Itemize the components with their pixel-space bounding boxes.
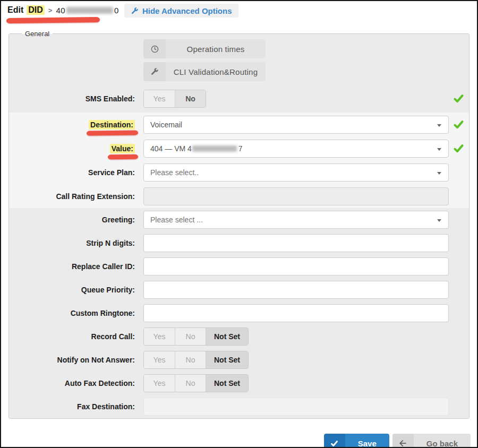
sms-yes-option[interactable]: Yes	[144, 90, 175, 107]
hide-advanced-options-button[interactable]: Hide Advanced Options	[124, 4, 238, 18]
auto-fax-detection-label: Auto Fax Detection:	[9, 379, 139, 387]
hide-advanced-options-label: Hide Advanced Options	[142, 6, 232, 15]
destination-control: Voicemail	[143, 116, 449, 134]
chevron-down-icon	[437, 219, 441, 222]
replace-caller-id-input[interactable]	[143, 257, 449, 275]
check-icon	[449, 143, 468, 154]
redacted-number-blur	[66, 7, 113, 14]
greeting-placeholder: Please select ...	[150, 216, 203, 224]
redacted-value-blur	[192, 145, 237, 152]
page-title-edit: Edit	[7, 5, 23, 15]
notify-yes-option[interactable]: Yes	[144, 351, 175, 368]
notify-not-answer-toggle: Yes No Not Set	[143, 351, 249, 369]
destination-label-highlight: Destination:	[89, 120, 135, 130]
auto-fax-toggle: Yes No Not Set	[143, 374, 249, 392]
band-bottom: Greeting: Please select ... Strip N digi…	[9, 208, 469, 418]
value-control: 404 — VM 47	[143, 140, 449, 158]
sms-enabled-label: SMS Enabled:	[9, 94, 139, 103]
general-legend: General	[22, 29, 53, 38]
fax-destination-input[interactable]	[143, 398, 449, 416]
value-text-prefix: 404 — VM 4	[150, 144, 192, 153]
general-fieldset: General Operation times CLI Validation&R…	[8, 33, 470, 419]
call-rating-extension-input[interactable]	[143, 187, 449, 205]
service-plan-select[interactable]: Please select..	[143, 163, 449, 182]
custom-ringtone-label: Custom Ringtone:	[9, 309, 139, 317]
greeting-select[interactable]: Please select ...	[143, 211, 449, 229]
chevron-down-icon	[437, 124, 441, 127]
sms-enabled-control: Yes No	[143, 90, 449, 108]
destination-label: Destination:	[90, 120, 133, 129]
auto-fax-detection-row: Auto Fax Detection: Yes No Not Set	[9, 372, 469, 395]
auto-fax-notset-option[interactable]: Not Set	[206, 375, 248, 392]
breadcrumb-separator: >	[48, 6, 53, 14]
destination-row: Destination: Voicemail	[9, 113, 469, 136]
service-plan-control: Please select..	[143, 163, 449, 182]
value-row: Value: 404 — VM 47	[9, 136, 469, 160]
notify-not-answer-label: Notify on Not Answer:	[9, 356, 139, 364]
auto-fax-yes-option[interactable]: Yes	[144, 375, 175, 392]
sms-enabled-toggle: Yes No	[143, 90, 206, 108]
record-call-notset-option[interactable]: Not Set	[206, 328, 248, 345]
check-icon	[449, 119, 468, 130]
call-rating-extension-row: Call Rating Extension:	[9, 184, 469, 208]
red-marker-underline	[6, 17, 100, 23]
custom-ringtone-control	[143, 304, 449, 322]
did-number-suffix: 0	[114, 6, 119, 15]
replace-caller-id-row: Replace Caller ID:	[9, 255, 469, 278]
go-back-button-label: Go back	[414, 434, 471, 448]
value-label-highlight: Value:	[110, 144, 135, 153]
did-number: 400	[56, 6, 119, 15]
sms-no-option[interactable]: No	[175, 90, 206, 107]
red-marker-underline	[108, 154, 138, 159]
band-middle: Destination: Voicemail Value:	[9, 113, 469, 208]
action-button-stack: Operation times CLI Validation&Routing	[143, 39, 469, 81]
wrench-icon	[143, 62, 166, 81]
replace-caller-id-control	[143, 257, 449, 275]
notify-not-answer-control: Yes No Not Set	[143, 351, 449, 369]
clock-icon	[143, 39, 166, 58]
queue-priority-input[interactable]	[143, 281, 449, 299]
cli-validation-routing-label: CLI Validation&Routing	[166, 62, 266, 81]
notify-no-option[interactable]: No	[175, 351, 206, 368]
custom-ringtone-row: Custom Ringtone:	[9, 301, 469, 325]
service-plan-row: Service Plan: Please select..	[9, 160, 469, 184]
strip-n-digits-input[interactable]	[143, 234, 449, 252]
fax-destination-control	[143, 398, 449, 416]
notify-notset-option[interactable]: Not Set	[206, 351, 248, 368]
fax-destination-row: Fax Destination:	[9, 395, 469, 418]
did-number-prefix: 40	[56, 6, 65, 15]
fax-destination-label: Fax Destination:	[9, 402, 139, 411]
strip-n-digits-row: Strip N digits:	[9, 231, 469, 255]
greeting-row: Greeting: Please select ...	[9, 208, 469, 231]
strip-n-digits-label: Strip N digits:	[9, 239, 139, 247]
auto-fax-detection-control: Yes No Not Set	[143, 374, 449, 392]
record-call-toggle: Yes No Not Set	[143, 328, 249, 346]
save-button[interactable]: Save	[324, 434, 389, 448]
record-call-yes-option[interactable]: Yes	[144, 328, 175, 345]
check-icon	[449, 93, 468, 104]
page-header: Edit DID > 400 Hide Advanced Options	[1, 1, 477, 27]
service-plan-label: Service Plan:	[9, 168, 139, 177]
auto-fax-no-option[interactable]: No	[175, 375, 206, 392]
page-title-did-highlight: DID	[27, 5, 45, 15]
check-icon	[324, 434, 345, 448]
record-call-no-option[interactable]: No	[175, 328, 206, 345]
chevron-down-icon	[437, 148, 441, 151]
queue-priority-label: Queue Priority:	[9, 286, 139, 294]
cli-validation-routing-button[interactable]: CLI Validation&Routing	[143, 62, 266, 81]
record-call-row: Record Call: Yes No Not Set	[9, 325, 469, 348]
strip-n-digits-control	[143, 234, 449, 252]
value-label-cell: Value:	[9, 144, 139, 153]
custom-ringtone-input[interactable]	[143, 304, 449, 322]
call-rating-extension-label: Call Rating Extension:	[9, 192, 139, 201]
destination-select[interactable]: Voicemail	[143, 116, 449, 134]
queue-priority-row: Queue Priority:	[9, 278, 469, 301]
go-back-button[interactable]: Go back	[392, 434, 471, 448]
sms-enabled-row: SMS Enabled: Yes No	[9, 87, 469, 110]
wrench-icon	[131, 7, 139, 15]
record-call-label: Record Call:	[9, 332, 139, 341]
operation-times-button[interactable]: Operation times	[143, 39, 266, 58]
chevron-down-icon	[437, 172, 441, 175]
value-label: Value:	[112, 144, 133, 153]
value-select[interactable]: 404 — VM 47	[143, 140, 449, 158]
